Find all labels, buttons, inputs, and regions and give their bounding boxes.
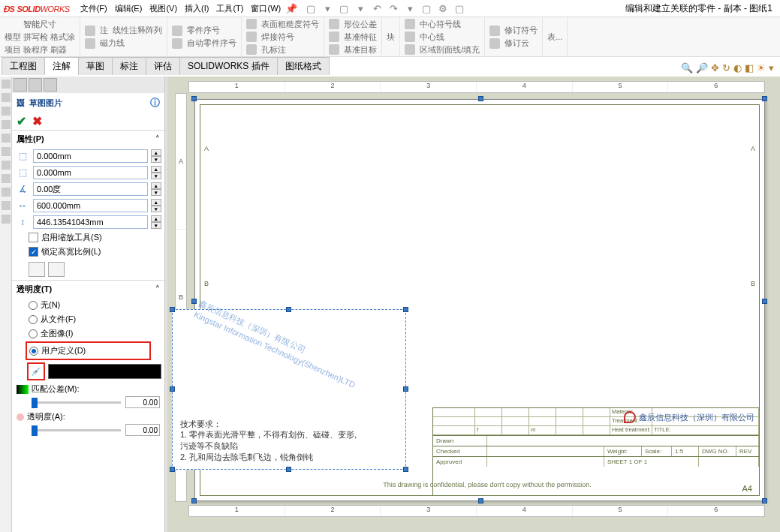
radio-user[interactable]: 用户定义(D) [28,344,149,358]
panel-tab-icon[interactable] [29,78,42,92]
resize-handle[interactable] [170,386,175,392]
sheet-handle[interactable] [478,96,483,101]
print-icon[interactable]: ▾ [354,2,366,14]
color-swatch[interactable] [48,364,161,379]
rail-icon[interactable] [2,134,11,143]
sheet-handle[interactable] [478,498,483,503]
tab-sketch[interactable]: 草图 [78,57,113,75]
ribbon-group-table[interactable]: 表... [543,17,568,56]
zoom-area-icon[interactable]: 🔎 [696,62,708,74]
origin-y-input[interactable] [33,166,148,179]
checkbox-checked[interactable]: ✓ [29,247,38,257]
open-icon[interactable]: ▾ [321,2,333,14]
sheet-handle[interactable] [191,498,197,503]
pin-icon[interactable]: 📌 [285,2,297,14]
rail-icon[interactable] [2,215,11,224]
rail-icon[interactable] [2,174,11,183]
enable-scale-row[interactable]: 启用缩放工具(S) [12,230,164,245]
origin-x-input[interactable] [33,149,148,163]
height-input[interactable] [33,215,148,229]
ribbon-group-annot[interactable]: 注 线性注释阵列磁力线 [80,17,167,56]
radio-file[interactable]: 从文件(F) [12,312,164,326]
more-icon[interactable]: ▢ [453,2,465,14]
ribbon-group-dim[interactable]: 智能尺寸模型 拼写检 格式涂项目 验程序 刷器 [0,17,80,56]
menu-tools[interactable]: 工具(T) [213,2,246,16]
ribbon-group-center[interactable]: 中心符号线中心线区域剖面线/填充 [400,17,485,56]
resize-handle[interactable] [403,386,408,392]
radio-none[interactable]: 无(N) [12,298,164,312]
rail-icon[interactable] [2,120,11,129]
undo-icon[interactable]: ↶ [371,2,383,14]
spinner[interactable]: ▴▾ [151,215,161,229]
eyedropper-icon[interactable]: 💉 [31,367,41,377]
slider-thumb[interactable] [32,398,38,408]
transparency-value[interactable] [125,424,160,436]
menu-view[interactable]: 视图(V) [146,2,180,16]
tab-drawing[interactable]: 工程图 [2,57,45,75]
settings-icon[interactable]: ▾ [769,62,774,74]
radio[interactable] [29,329,38,338]
ribbon-group-rev[interactable]: 修订符号修订云 [485,17,543,56]
tab-annotate[interactable]: 注解 [44,57,79,75]
menu-insert[interactable]: 插入(I) [182,2,212,16]
sketch-picture[interactable]: 鑫辰信息科技（深圳）有限公司Kingstar Information Techn… [172,309,406,470]
section-transparency[interactable]: 透明度(T)˄ [12,280,164,298]
sheet-handle[interactable] [762,299,767,304]
ok-button[interactable]: ✔ [17,114,26,128]
menu-file[interactable]: 文件(F) [77,2,110,16]
tab-addins[interactable]: SOLIDWORKS 插件 [179,57,278,75]
tab-sheetformat[interactable]: 图纸格式 [277,57,330,75]
rail-icon[interactable] [2,188,11,197]
sheet-handle[interactable] [191,299,197,304]
section-properties[interactable]: 属性(P)˄ [12,130,164,148]
ribbon-group-surf[interactable]: 表面粗糙度符号焊接符号孔标注 [242,17,324,56]
radio[interactable] [29,315,38,324]
checkbox-unchecked[interactable] [29,233,38,242]
resize-handle[interactable] [403,307,408,312]
redo-icon[interactable]: ↷ [387,2,399,14]
panel-tab-icon[interactable] [44,78,57,92]
spinner[interactable]: ▴▾ [151,149,161,163]
resize-handle[interactable] [286,307,291,312]
flip-v-button[interactable] [48,262,65,277]
slider-thumb[interactable] [32,425,38,436]
rail-icon[interactable] [2,147,11,156]
select-icon[interactable]: ▾ [404,2,416,14]
rail-icon[interactable] [2,93,11,102]
tab-evaluate[interactable]: 评估 [146,57,180,75]
tolerance-value[interactable] [125,396,160,408]
panel-tab-icon[interactable] [14,78,27,92]
rail-icon[interactable] [2,201,11,210]
drawing-canvas[interactable]: 123456 123456 ABC A A B B C C 鑫辰信息科技（深圳）… [167,77,780,532]
sheet-handle[interactable] [191,96,197,101]
radio-full[interactable]: 全图像(I) [12,326,164,341]
slider-track[interactable] [32,429,121,431]
display-icon[interactable]: ◐ [733,62,742,74]
spinner[interactable]: ▴▾ [151,182,161,196]
new-icon[interactable]: ▢ [305,2,317,14]
lock-aspect-row[interactable]: ✓锁定高宽比例(L) [12,245,164,259]
radio-selected[interactable] [29,347,38,356]
angle-input[interactable] [33,182,148,196]
pan-icon[interactable]: ✥ [711,62,719,74]
cancel-button[interactable]: ✖ [32,114,42,128]
spinner[interactable]: ▴▾ [151,199,161,212]
radio[interactable] [29,301,38,310]
rail-icon[interactable] [2,107,11,116]
rebuild-icon[interactable]: ▢ [420,2,432,14]
sheet-handle[interactable] [762,96,767,101]
menu-edit[interactable]: 编辑(E) [112,2,146,16]
ribbon-group-balloon[interactable]: 零件序号自动零件序号 [167,17,242,56]
scene-icon[interactable]: ☀ [757,62,766,74]
sheet-handle[interactable] [762,498,767,503]
rail-icon[interactable] [2,161,11,170]
resize-handle[interactable] [170,467,175,472]
tab-markup[interactable]: 标注 [112,57,146,75]
ribbon-group-gtol[interactable]: 形位公差基准特征基准目标 [324,17,382,56]
section-icon[interactable]: ◧ [745,62,754,74]
resize-handle[interactable] [170,307,175,312]
menu-window[interactable]: 窗口(W) [248,2,284,16]
resize-handle[interactable] [403,467,408,472]
rotate-icon[interactable]: ↻ [722,62,730,74]
ribbon-group-block[interactable]: 块 [382,17,400,56]
